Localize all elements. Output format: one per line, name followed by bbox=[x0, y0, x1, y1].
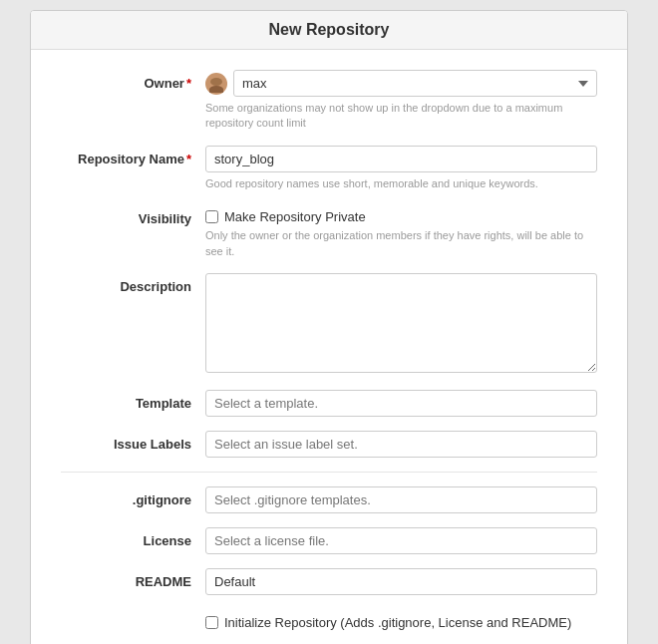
issue-labels-input[interactable] bbox=[205, 431, 597, 458]
owner-content: max Some organizations may not show up i… bbox=[205, 70, 597, 132]
visibility-hint: Only the owner or the organization membe… bbox=[205, 228, 597, 259]
dialog-body: Owner* max Some organizations may not sh… bbox=[31, 50, 627, 644]
owner-select[interactable]: max bbox=[233, 70, 597, 97]
gitignore-group: .gitignore bbox=[61, 486, 597, 513]
readme-label: README bbox=[61, 568, 205, 589]
owner-avatar bbox=[205, 73, 227, 95]
template-content bbox=[205, 390, 597, 417]
owner-group: Owner* max Some organizations may not sh… bbox=[61, 70, 597, 132]
owner-hint: Some organizations may not show up in th… bbox=[205, 101, 597, 132]
visibility-checkbox-label: Make Repository Private bbox=[224, 209, 366, 224]
template-input[interactable] bbox=[205, 390, 597, 417]
readme-group: README bbox=[61, 568, 597, 595]
license-label: License bbox=[61, 527, 205, 548]
init-checkbox[interactable] bbox=[205, 616, 218, 629]
issue-labels-content bbox=[205, 431, 597, 458]
visibility-label: Visibility bbox=[61, 205, 205, 226]
description-label: Description bbox=[61, 273, 205, 294]
gitignore-input[interactable] bbox=[205, 486, 597, 513]
description-content bbox=[205, 273, 597, 376]
license-input[interactable] bbox=[205, 527, 597, 554]
repo-name-group: Repository Name* Good repository names u… bbox=[61, 146, 597, 191]
repo-name-content: Good repository names use short, memorab… bbox=[205, 146, 597, 191]
template-label: Template bbox=[61, 390, 205, 411]
visibility-checkbox[interactable] bbox=[205, 210, 218, 223]
init-group: Initialize Repository (Adds .gitignore, … bbox=[61, 609, 597, 630]
dialog-header: New Repository bbox=[31, 11, 627, 50]
init-row: Initialize Repository (Adds .gitignore, … bbox=[205, 615, 597, 630]
license-content bbox=[205, 527, 597, 554]
visibility-content: Make Repository Private Only the owner o… bbox=[205, 205, 597, 259]
template-group: Template bbox=[61, 390, 597, 417]
description-group: Description bbox=[61, 273, 597, 376]
gitignore-label: .gitignore bbox=[61, 486, 205, 507]
init-label bbox=[61, 609, 205, 615]
init-checkbox-label: Initialize Repository (Adds .gitignore, … bbox=[224, 615, 571, 630]
repo-name-label: Repository Name* bbox=[61, 146, 205, 166]
owner-row: max bbox=[205, 70, 597, 97]
license-group: License bbox=[61, 527, 597, 554]
issue-labels-group: Issue Labels bbox=[61, 431, 597, 458]
visibility-row: Make Repository Private bbox=[205, 205, 597, 224]
owner-label: Owner* bbox=[61, 70, 205, 91]
init-content: Initialize Repository (Adds .gitignore, … bbox=[205, 609, 597, 630]
visibility-group: Visibility Make Repository Private Only … bbox=[61, 205, 597, 259]
description-textarea[interactable] bbox=[205, 273, 597, 373]
section-divider bbox=[61, 472, 597, 473]
new-repository-dialog: New Repository Owner* max Some organizat… bbox=[30, 10, 628, 644]
gitignore-content bbox=[205, 486, 597, 513]
dialog-title: New Repository bbox=[47, 21, 611, 39]
readme-input[interactable] bbox=[205, 568, 597, 595]
repo-name-input[interactable] bbox=[205, 146, 597, 172]
repo-name-hint: Good repository names use short, memorab… bbox=[205, 176, 597, 191]
readme-content bbox=[205, 568, 597, 595]
issue-labels-label: Issue Labels bbox=[61, 431, 205, 452]
